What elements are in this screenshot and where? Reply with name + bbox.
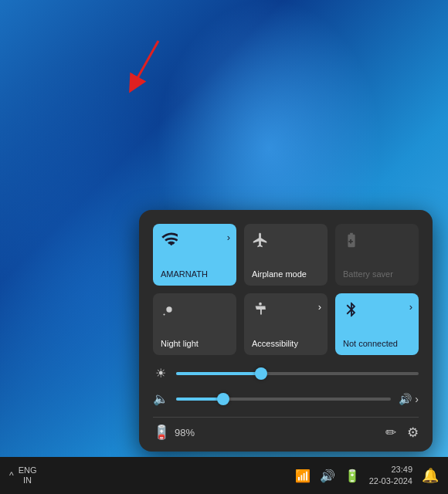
taskbar-volume-icon[interactable]: 🔊 [320, 469, 335, 483]
accessibility-label: Accessibility [252, 339, 298, 349]
taskbar-chevron[interactable]: ^ [9, 470, 14, 481]
accessibility-tile[interactable]: › Accessibility [244, 293, 328, 355]
svg-point-2 [166, 306, 171, 312]
taskbar-clock[interactable]: 23:49 22-03-2024 [369, 464, 412, 488]
svg-point-4 [259, 303, 262, 306]
settings-button[interactable]: ⚙ [407, 425, 419, 441]
taskbar-left: ^ ENG IN [9, 465, 36, 486]
battery-saver-label: Battery saver [343, 269, 393, 279]
lang-line1: ENG [19, 465, 37, 475]
accessibility-chevron: › [318, 301, 321, 313]
brightness-slider-row: ☀ [153, 366, 419, 381]
taskbar-wifi-icon[interactable]: 📶 [295, 469, 311, 483]
brightness-icon: ☀ [153, 366, 168, 381]
wifi-label: AMARNATH [161, 269, 208, 279]
wifi-icon [161, 232, 178, 252]
battery-saver-icon [343, 232, 360, 252]
battery-info: 🪫 98% [153, 424, 195, 441]
bottom-action-icons: ✏ ⚙ [385, 425, 419, 441]
battery-icon: 🪫 [153, 424, 170, 441]
brightness-fill [176, 372, 261, 375]
svg-line-3 [164, 314, 165, 315]
battery-saver-tile[interactable]: Battery saver [335, 224, 419, 286]
taskbar-battery-icon[interactable]: 🔋 [344, 469, 360, 483]
night-light-icon [161, 301, 178, 322]
bluetooth-tile[interactable]: › Not connected [335, 293, 419, 355]
night-light-tile[interactable]: Night light [153, 293, 236, 355]
clock-time: 23:49 [369, 464, 412, 475]
wifi-tile[interactable]: › AMARNATH [153, 224, 236, 286]
brightness-thumb[interactable] [255, 367, 267, 380]
volume-icon: 🔈 [153, 391, 168, 406]
clock-date: 22-03-2024 [369, 475, 412, 487]
accessibility-icon [252, 301, 269, 322]
taskbar: ^ ENG IN 📶 🔊 🔋 23:49 22-03-2024 🔔 [0, 457, 448, 494]
quick-settings-panel: › AMARNATH Airplane mode Battery saver [139, 210, 433, 452]
edit-button[interactable]: ✏ [385, 425, 396, 441]
tiles-row-1: › AMARNATH Airplane mode Battery saver [153, 224, 419, 286]
night-light-label: Night light [161, 339, 199, 349]
bluetooth-chevron: › [409, 301, 412, 313]
volume-end-icon: 🔊 › [399, 393, 419, 405]
wifi-chevron: › [227, 232, 230, 243]
bottom-bar: 🪫 98% ✏ ⚙ [153, 417, 419, 441]
taskbar-language[interactable]: ENG IN [19, 465, 37, 486]
taskbar-notification-bell[interactable]: 🔔 [422, 467, 439, 484]
airplane-icon [252, 232, 269, 252]
airplane-tile[interactable]: Airplane mode [244, 224, 328, 286]
airplane-label: Airplane mode [252, 269, 307, 279]
battery-percent: 98% [175, 427, 195, 438]
volume-fill [176, 398, 223, 401]
volume-thumb[interactable] [217, 393, 229, 405]
tiles-row-2: Night light › Accessibility › Not connec… [153, 293, 419, 355]
bluetooth-label: Not connected [343, 339, 398, 349]
volume-slider-row: 🔈 🔊 › [153, 391, 419, 406]
sliders-section: ☀ 🔈 🔊 › [153, 366, 419, 406]
bluetooth-icon [343, 301, 360, 322]
brightness-track[interactable] [176, 372, 419, 375]
volume-track[interactable] [176, 398, 391, 401]
taskbar-right: 📶 🔊 🔋 23:49 22-03-2024 🔔 [295, 464, 439, 488]
lang-line2: IN [19, 475, 37, 486]
